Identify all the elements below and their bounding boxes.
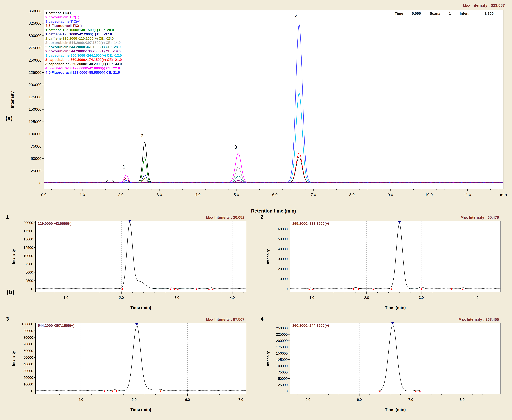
svg-text:100000: 100000 (22, 322, 33, 326)
svg-text:20000: 20000 (23, 376, 33, 380)
subplot-3-max-intensity: Max Intensity : 97,507 (206, 317, 245, 322)
svg-text:125000: 125000 (276, 358, 288, 362)
legend-item: 3:capecitabine 360.3000>130.2000(+) CE: … (45, 62, 122, 66)
status-scan-value: 1 (449, 11, 451, 15)
legend-item: 2:doxorubicin TIC(+) (45, 15, 122, 19)
svg-text:3: 3 (234, 144, 237, 150)
svg-text:17500: 17500 (23, 229, 33, 233)
svg-text:3.0: 3.0 (419, 296, 424, 300)
legend-item: 3:capecitabine 360.3000>244.1500(+) CE: … (45, 53, 122, 58)
svg-text:1.0: 1.0 (80, 193, 85, 197)
svg-text:7.0: 7.0 (238, 398, 243, 402)
svg-text:40000: 40000 (278, 247, 288, 251)
svg-text:8.0: 8.0 (460, 398, 465, 402)
svg-text:20000: 20000 (278, 267, 288, 271)
svg-text:11.0: 11.0 (464, 193, 471, 197)
subplot-4: 4 Max Intensity : 263,455 ***02500050000… (260, 317, 505, 417)
subplot-4-ylabel: Intensity (266, 342, 270, 375)
svg-text:15000: 15000 (23, 237, 33, 241)
subplot-3-ylabel: Intensity (11, 342, 15, 375)
svg-text:1.0: 1.0 (63, 296, 69, 300)
legend-item: 1:caffiene TIC(+) (45, 11, 122, 15)
panel-a-legend: 1:caffiene TIC(+)2:doxorubicin TIC(+)3:c… (45, 11, 122, 75)
svg-text:*: * (352, 287, 355, 293)
svg-text:7500: 7500 (25, 262, 33, 266)
svg-text:4.0: 4.0 (195, 193, 200, 197)
svg-text:250000: 250000 (276, 326, 288, 330)
subplot-1: 1 Max Intensity : 20,082 *******02500500… (6, 215, 251, 315)
svg-text:2.0: 2.0 (364, 296, 369, 300)
svg-text:*: * (195, 287, 198, 293)
svg-text:10000: 10000 (23, 254, 33, 258)
svg-text:325000: 325000 (29, 21, 41, 25)
subplot-2-number: 2 (260, 214, 263, 220)
legend-item: 2:doxorubicin 544.2000>361.1000(+) CE: -… (45, 45, 122, 49)
subplot-1-max-intensity: Max Intensity : 20,082 (206, 215, 245, 220)
legend-item: 1:caffiene 195.1000>110.2000(+) CE: -23.… (45, 37, 122, 41)
svg-text:2.0: 2.0 (119, 296, 124, 300)
legend-item: 2:doxorubicin 544.2000>130.2500(+) CE: -… (45, 49, 122, 53)
svg-text:20000: 20000 (23, 221, 33, 225)
svg-text:225000: 225000 (276, 333, 288, 337)
subplot-1-chart: *******025005000750010000125001500017500… (6, 220, 251, 303)
svg-text:250000: 250000 (29, 58, 41, 62)
figure-chromatograms: { "figure": { "panel_a_label": "(a)", "p… (0, 0, 512, 420)
svg-text:100000: 100000 (276, 364, 288, 368)
svg-text:4.0: 4.0 (474, 296, 479, 300)
svg-text:90000: 90000 (23, 329, 33, 333)
svg-text:0: 0 (39, 181, 41, 185)
subplot-4-max-intensity: Max Intensity : 263,455 (459, 317, 499, 322)
svg-text:5.0: 5.0 (234, 193, 239, 197)
svg-text:*: * (415, 389, 417, 396)
subplot-3-xlabel: Time (min) (35, 407, 246, 412)
svg-text:25000: 25000 (31, 169, 41, 173)
svg-text:*: * (208, 287, 210, 293)
svg-text:60000: 60000 (23, 349, 33, 353)
subplot-1-title: 129.0000>42.0000(-) (38, 222, 71, 226)
subplot-4-chart: ***0250005000075000100000125000150000175… (260, 322, 505, 405)
svg-text:40000: 40000 (23, 362, 33, 366)
svg-text:min: min (500, 193, 507, 197)
svg-text:75000: 75000 (278, 370, 288, 374)
svg-text:9.0: 9.0 (388, 193, 393, 197)
legend-item: 1:caffiene 195.1000>138.1500(+) CE: -20.… (45, 28, 122, 32)
svg-text:*: * (115, 389, 118, 396)
panel-a-ylabel: Intensity (10, 81, 15, 119)
svg-text:*: * (160, 389, 162, 396)
svg-text:175000: 175000 (29, 95, 41, 99)
svg-text:7.0: 7.0 (311, 193, 316, 197)
svg-text:*: * (357, 287, 359, 293)
svg-text:200000: 200000 (29, 82, 41, 87)
svg-text:150000: 150000 (276, 352, 288, 355)
svg-text:*: * (312, 287, 314, 293)
status-time-value: 0.000 (412, 11, 421, 15)
svg-text:70000: 70000 (23, 342, 33, 346)
svg-text:30000: 30000 (278, 257, 288, 261)
legend-item: 3:capecitabine 360.3000>174.1500(+) CE: … (45, 58, 122, 62)
subplot-4-number: 4 (260, 316, 263, 322)
svg-text:5.0: 5.0 (306, 398, 310, 402)
svg-text:10000: 10000 (278, 277, 288, 281)
svg-text:10000: 10000 (23, 382, 33, 386)
svg-text:1: 1 (123, 164, 125, 170)
subplot-2-chart: *********0100002000030000400005000060000… (260, 220, 505, 303)
svg-text:3.0: 3.0 (174, 296, 179, 300)
svg-text:225000: 225000 (29, 70, 41, 75)
svg-text:0.0: 0.0 (41, 193, 46, 197)
legend-item: 2:doxorubicin 544.2000>397.1500(+) CE: -… (45, 41, 122, 45)
svg-text:*: * (177, 287, 179, 293)
svg-text:4: 4 (295, 14, 298, 19)
svg-text:50000: 50000 (278, 377, 288, 381)
panel-a-status-bar: Time 0.000 Scan# 1 Inten. 1,300 (395, 11, 494, 15)
svg-text:125000: 125000 (29, 120, 41, 124)
svg-text:2.0: 2.0 (118, 193, 124, 197)
legend-item: 4:5-Fluorouracil 129.0000>42.0000(-) CE:… (45, 66, 122, 70)
svg-text:*: * (121, 287, 124, 293)
svg-text:*: * (308, 287, 310, 293)
svg-text:150000: 150000 (29, 107, 41, 111)
subplot-2-max-intensity: Max Intensity : 65,470 (461, 215, 499, 220)
panel-a-xlabel: Retention time (min) (44, 208, 503, 214)
status-inten-label: Inten. (460, 11, 469, 15)
svg-text:0: 0 (31, 389, 33, 393)
subplot-1-ylabel: Intensity (11, 240, 15, 273)
